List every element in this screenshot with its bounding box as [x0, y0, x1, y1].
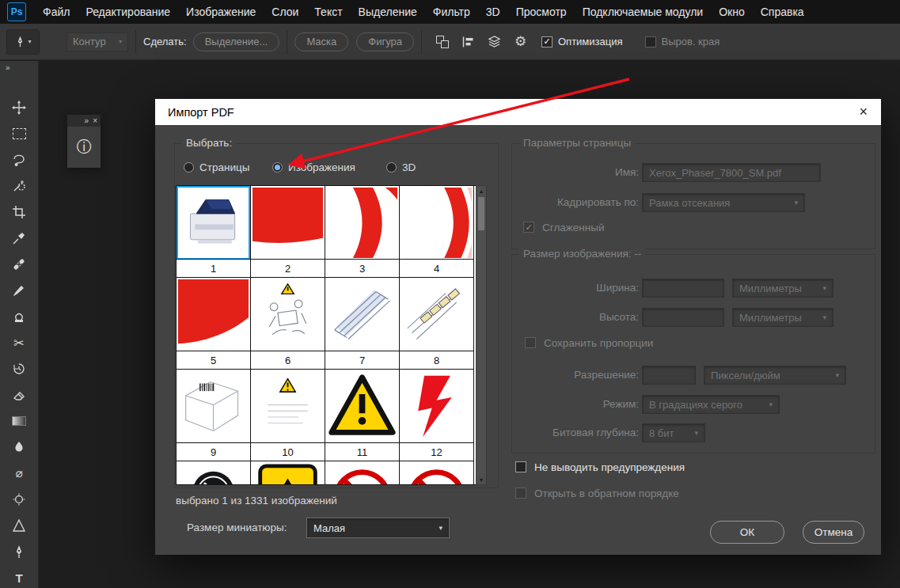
type-tool[interactable]: T: [8, 567, 30, 588]
menu-item-10[interactable]: Окно: [711, 0, 753, 24]
resolution-field[interactable]: [642, 366, 696, 385]
height-unit-dropdown[interactable]: Миллиметры ▾: [732, 308, 834, 327]
smudge-tool[interactable]: ⌀: [8, 462, 30, 484]
width-field[interactable]: [642, 279, 724, 298]
chevron-down-icon: ▾: [119, 38, 122, 45]
path-operations-button[interactable]: [431, 32, 453, 52]
pdf-thumbnail-14[interactable]: 14: [251, 461, 325, 485]
height-field[interactable]: [642, 308, 724, 327]
pdf-thumbnail-11[interactable]: 11: [325, 370, 400, 461]
menu-item-4[interactable]: Текст: [306, 0, 350, 24]
menu-item-6[interactable]: Фильтр: [425, 0, 478, 24]
blur-tool[interactable]: [8, 436, 30, 458]
crop-to-dropdown[interactable]: Рамка отсекания ▾: [642, 193, 805, 212]
quick-selection-tool[interactable]: [8, 175, 30, 197]
reverse-order-checkbox[interactable]: [515, 487, 526, 499]
antialiased-checkbox[interactable]: ✓: [523, 222, 534, 233]
pdf-thumbnail-4[interactable]: 4: [400, 186, 474, 278]
scroll-up-icon[interactable]: ▲: [477, 186, 486, 195]
ok-button[interactable]: ОК: [710, 521, 784, 544]
menu-item-9[interactable]: Подключаемые модули: [575, 0, 712, 24]
thumbnail-image: [251, 186, 325, 260]
pdf-thumbnail-6[interactable]: 6: [251, 278, 325, 370]
name-field[interactable]: Xerox_Phaser_7800_SM.pdf: [642, 163, 821, 182]
pdf-thumbnail-1[interactable]: 1: [177, 186, 251, 278]
pdf-thumbnail-9[interactable]: 9: [177, 370, 251, 461]
expand-panel-icon[interactable]: »: [85, 116, 89, 125]
align-edges-checkbox[interactable]: [645, 36, 656, 47]
close-dialog-button[interactable]: ×: [855, 103, 872, 120]
shape-button[interactable]: Фигура: [356, 32, 414, 51]
dodge-tool[interactable]: [8, 488, 30, 510]
menu-item-8[interactable]: Просмотр: [508, 0, 575, 24]
settings-button[interactable]: ⚙: [510, 32, 531, 52]
rectangular-marquee-tool[interactable]: [8, 123, 30, 145]
scissors-tool[interactable]: ✂: [8, 332, 30, 354]
healing-brush-tool[interactable]: [8, 253, 30, 275]
thumbnail-image: [325, 461, 399, 485]
chevron-down-icon: ▾: [764, 400, 773, 408]
path-preset-dropdown[interactable]: Контур ▾: [66, 32, 128, 51]
scroll-down-icon[interactable]: ▼: [477, 475, 486, 484]
mode-label: Режим:: [520, 398, 639, 410]
crop-tool[interactable]: [8, 201, 30, 223]
chevron-down-icon: ▾: [789, 199, 798, 207]
path-arrangement-button[interactable]: [484, 32, 505, 52]
thumbnail-number: 12: [400, 442, 473, 461]
menu-item-3[interactable]: Слои: [264, 0, 306, 24]
suppress-warnings-label: Не выводить предупреждения: [534, 461, 685, 473]
radio-3d[interactable]: 3D: [386, 161, 416, 173]
pdf-thumbnail-5[interactable]: 5: [177, 278, 251, 370]
thumbnail-number: 4: [400, 259, 473, 277]
thumbnail-size-dropdown[interactable]: Малая ▾: [306, 518, 450, 538]
menu-item-7[interactable]: 3D: [478, 0, 508, 24]
collapse-panel-button[interactable]: »: [0, 61, 38, 76]
pdf-thumbnail-16[interactable]: 16: [400, 461, 474, 485]
path-alignment-button[interactable]: [458, 32, 479, 52]
history-brush-tool[interactable]: [8, 358, 30, 380]
clone-stamp-tool[interactable]: [8, 305, 30, 328]
menu-item-1[interactable]: Редактирование: [78, 0, 178, 24]
radio-images[interactable]: Изображения: [272, 161, 355, 173]
scrollbar-thumb[interactable]: [478, 197, 484, 230]
selection-button[interactable]: Выделение...: [193, 32, 280, 51]
pdf-thumbnail-3[interactable]: 3: [325, 186, 400, 278]
move-tool[interactable]: [8, 97, 30, 119]
mode-dropdown[interactable]: В градациях серого ▾: [642, 395, 780, 414]
radio-pages[interactable]: Страницы: [184, 161, 249, 173]
width-unit-dropdown[interactable]: Миллиметры ▾: [732, 279, 834, 298]
thumbnail-number: 2: [251, 259, 325, 277]
pdf-thumbnail-12[interactable]: 12: [400, 370, 474, 461]
radio-dot: [386, 162, 397, 173]
menu-item-0[interactable]: Файл: [35, 0, 78, 24]
gradient-tool[interactable]: [8, 410, 30, 432]
pen-tool[interactable]: [8, 541, 30, 563]
resolution-unit-dropdown[interactable]: Пиксели/дюйм ▾: [704, 366, 846, 385]
pdf-thumbnail-2[interactable]: 2: [251, 186, 325, 278]
shape-tool[interactable]: [8, 514, 30, 537]
pdf-thumbnail-8[interactable]: 8: [400, 278, 474, 370]
pdf-thumbnail-15[interactable]: 15: [325, 461, 400, 485]
bit-depth-dropdown[interactable]: 8 бит ▾: [642, 423, 705, 442]
close-icon[interactable]: ×: [93, 116, 97, 125]
pdf-thumbnail-7[interactable]: 7: [325, 278, 400, 370]
brush-tool[interactable]: [8, 279, 30, 302]
mask-button[interactable]: Маска: [294, 32, 348, 51]
menu-item-11[interactable]: Справка: [753, 0, 812, 24]
active-tool-button[interactable]: ▾: [6, 29, 40, 55]
menu-item-2[interactable]: Изображение: [178, 0, 264, 24]
optimization-checkbox[interactable]: ✓: [541, 36, 553, 47]
lasso-tool[interactable]: [8, 149, 30, 171]
keep-proportions-checkbox[interactable]: [525, 337, 536, 348]
reverse-order-label: Открыть в обратном порядке: [534, 487, 679, 499]
suppress-warnings-checkbox[interactable]: [515, 461, 526, 472]
menu-item-5[interactable]: Выделение: [351, 0, 425, 24]
eyedropper-tool[interactable]: [8, 227, 30, 249]
pdf-thumbnail-13[interactable]: 13: [177, 461, 251, 485]
thumbnail-scrollbar[interactable]: ▲ ▼: [476, 185, 487, 485]
info-panel-body[interactable]: ⓘ: [67, 127, 101, 168]
pdf-thumbnail-10[interactable]: 10: [251, 370, 325, 461]
bit-depth-label: Битовая глубина:: [520, 427, 639, 438]
cancel-button[interactable]: Отмена: [803, 521, 864, 544]
eraser-tool[interactable]: [8, 384, 30, 406]
